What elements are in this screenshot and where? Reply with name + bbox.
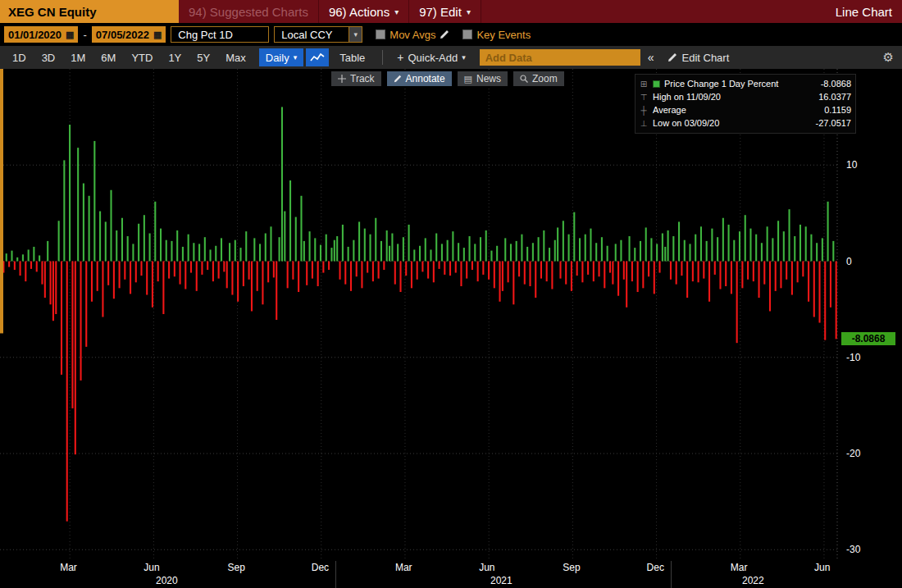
legend-high-row: ⊤ High on 11/09/20 16.0377: [639, 90, 851, 103]
function-title: Line Chart: [826, 0, 902, 23]
year-separator: [335, 561, 336, 588]
range-1y-button[interactable]: 1Y: [161, 48, 189, 66]
high-marker-icon: ⊤: [639, 93, 649, 102]
table-button[interactable]: Table: [330, 48, 375, 66]
series-label: Price Change 1 Day Percent: [664, 79, 800, 89]
x-tick-label: Jun: [144, 562, 159, 573]
mov-avgs-checkbox[interactable]: [376, 30, 385, 39]
frequency-dropdown[interactable]: Daily ▾: [259, 48, 303, 66]
last-value-badge: -8.0868: [841, 332, 895, 345]
gear-icon[interactable]: ⚙: [880, 50, 897, 65]
zoom-label: Zoom: [532, 73, 558, 84]
legend-low-row: ⊥ Low on 03/09/20 -27.0517: [639, 116, 851, 130]
series-color-swatch: [653, 80, 660, 88]
currency-select[interactable]: Local CCY ▾: [274, 26, 362, 43]
x-tick-label: Dec: [647, 562, 664, 573]
title-bar: XEG CN Equity 94) Suggested Charts 96) A…: [0, 0, 902, 23]
menu-suggested-charts[interactable]: 94) Suggested Charts: [179, 0, 319, 23]
key-events-checkbox[interactable]: [462, 30, 472, 39]
y-tick-label: -10: [846, 352, 860, 363]
range-ytd-button[interactable]: YTD: [124, 48, 160, 66]
price-change-bar-chart[interactable]: [0, 69, 838, 559]
crosshair-icon: [338, 75, 346, 83]
year-label-2022: 2022: [742, 575, 764, 586]
range-6m-button[interactable]: 6M: [93, 48, 123, 66]
date-to-field[interactable]: 07/05/2022 ▦: [92, 26, 166, 43]
news-button[interactable]: ▤ News: [458, 71, 508, 86]
study-field[interactable]: Chg Pct 1D: [171, 26, 269, 43]
x-axis-month-labels: MarJunSepDecMarJunSepDecMarJun: [0, 562, 838, 575]
key-events-toggle[interactable]: Key Events: [462, 29, 531, 41]
range-3d-button[interactable]: 3D: [34, 48, 63, 66]
x-tick-label: Dec: [312, 562, 329, 573]
magnifier-icon: [520, 75, 528, 83]
average-label: Average: [653, 105, 800, 115]
security-ticker[interactable]: XEG CN Equity: [0, 0, 179, 23]
key-events-label: Key Events: [476, 29, 531, 41]
x-tick-label: Mar: [731, 562, 748, 573]
average-value: 0.1159: [804, 105, 851, 115]
pencil-icon[interactable]: [440, 30, 449, 39]
chevron-down-icon: ▾: [294, 53, 298, 62]
chart-area[interactable]: Track Annotate ▤ News Zoom ⊞ Price Chang…: [0, 69, 902, 588]
high-label: High on 11/09/20: [653, 92, 800, 102]
menu-edit[interactable]: 97) Edit ▾: [409, 0, 481, 23]
high-value: 16.0377: [804, 92, 851, 102]
chart-type-button[interactable]: [306, 48, 329, 66]
date-to-value: 07/05/2022: [96, 29, 149, 41]
chart-legend[interactable]: ⊞ Price Change 1 Day Percent -8.0868 ⊤ H…: [635, 74, 856, 134]
chevron-down-icon[interactable]: ▾: [349, 26, 362, 43]
x-tick-label: Sep: [228, 562, 245, 573]
pencil-icon: [667, 52, 677, 62]
date-from-field[interactable]: 01/01/2020 ▦: [4, 26, 78, 43]
annotate-label: Annotate: [406, 73, 445, 84]
frequency-value: Daily: [266, 52, 289, 64]
calendar-icon[interactable]: ▦: [66, 30, 74, 40]
pencil-icon: [394, 75, 402, 83]
collapse-panel-button[interactable]: «: [641, 51, 661, 64]
news-label: News: [476, 73, 501, 84]
quick-add-button[interactable]: + Quick-Add ▾: [390, 51, 472, 64]
low-label: Low on 03/09/20: [653, 118, 800, 128]
chevron-down-icon: ▾: [467, 7, 471, 16]
zoom-button[interactable]: Zoom: [513, 71, 564, 86]
annotate-button[interactable]: Annotate: [387, 71, 452, 86]
chevron-down-icon: ▾: [462, 53, 466, 62]
track-button[interactable]: Track: [331, 71, 381, 86]
year-separator: [671, 561, 672, 588]
date-from-value: 01/01/2020: [8, 29, 61, 41]
x-tick-label: Jun: [479, 562, 494, 573]
study-value: Chg Pct 1D: [178, 29, 232, 41]
legend-average-row: ┼ Average 0.1159: [639, 103, 851, 116]
mov-avgs-label: Mov Avgs: [390, 29, 435, 41]
legend-expand-icon[interactable]: ⊞: [639, 80, 649, 89]
range-max-button[interactable]: Max: [218, 48, 253, 66]
line-chart-icon: [310, 52, 325, 63]
edit-chart-label: Edit Chart: [681, 52, 729, 64]
year-label-2021: 2021: [490, 575, 512, 586]
x-tick-label: Sep: [563, 562, 580, 573]
edit-chart-button[interactable]: Edit Chart: [661, 52, 736, 64]
x-tick-label: Jun: [814, 562, 830, 573]
date-range-separator: -: [83, 29, 86, 41]
mov-avgs-toggle[interactable]: Mov Avgs: [376, 29, 449, 41]
x-axis-year-labels: 2020 2021 2022: [0, 575, 838, 588]
quick-add-label: Quick-Add: [408, 52, 458, 64]
add-data-input[interactable]: [480, 49, 640, 66]
range-1d-button[interactable]: 1D: [5, 48, 34, 66]
y-tick-label: -30: [846, 544, 860, 555]
average-marker-icon: ┼: [639, 106, 649, 115]
menu-actions[interactable]: 96) Actions ▾: [319, 0, 409, 23]
toolbar-divider: [382, 50, 383, 65]
currency-value: Local CCY: [281, 29, 332, 41]
calendar-icon[interactable]: ▦: [153, 30, 162, 40]
x-tick-label: Mar: [395, 562, 412, 573]
news-icon: ▤: [464, 74, 472, 84]
chart-toolbar: 1D 3D 1M 6M YTD 1Y 5Y Max Daily ▾ Table …: [0, 46, 902, 69]
chart-controls-row: 01/01/2020 ▦ - 07/05/2022 ▦ Chg Pct 1D L…: [0, 23, 902, 46]
series-last-value: -8.0868: [804, 79, 851, 89]
range-5y-button[interactable]: 5Y: [189, 48, 217, 66]
chevron-down-icon: ▾: [394, 7, 399, 16]
legend-series-row[interactable]: ⊞ Price Change 1 Day Percent -8.0868: [639, 77, 851, 90]
range-1m-button[interactable]: 1M: [63, 48, 93, 66]
